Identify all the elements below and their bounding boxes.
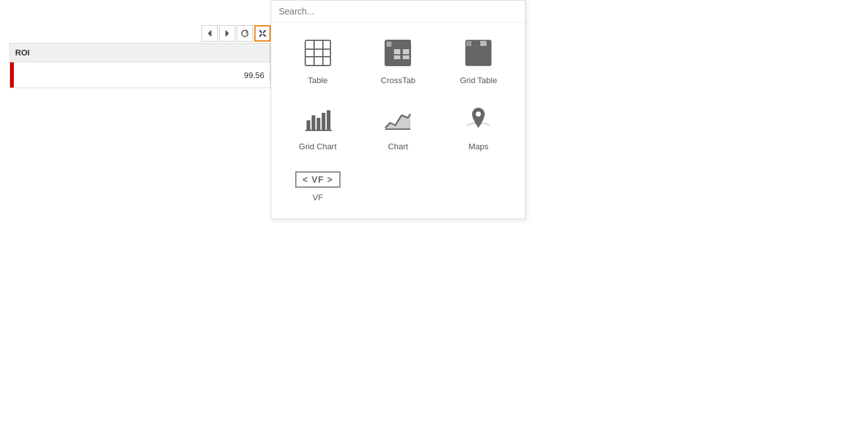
svg-rect-20	[394, 55, 400, 59]
table-label: Table	[308, 76, 327, 85]
svg-marker-1	[225, 30, 229, 37]
chart-icon	[384, 105, 412, 137]
left-panel: ROI 99.56	[9, 25, 271, 88]
grid-item-table[interactable]: Table	[278, 29, 358, 95]
svg-rect-35	[327, 110, 330, 130]
data-table: ROI 99.56	[9, 43, 271, 88]
vf-label: VF	[313, 193, 324, 202]
grid-chart-icon	[304, 105, 332, 137]
maps-label: Maps	[468, 142, 488, 151]
expand-button[interactable]	[254, 25, 271, 42]
search-input[interactable]	[279, 6, 517, 16]
svg-rect-34	[322, 113, 325, 130]
chart-label: Chart	[388, 142, 409, 151]
crosstab-label: CrossTab	[381, 76, 415, 85]
svg-marker-37	[385, 114, 410, 129]
crosstab-icon	[384, 39, 412, 71]
svg-rect-19	[403, 49, 409, 54]
vf-icon-box: < VF >	[295, 171, 341, 188]
search-bar[interactable]	[271, 1, 525, 23]
grid-item-grid-table[interactable]: Grid Table	[438, 29, 519, 95]
roi-header: ROI	[10, 43, 270, 62]
refresh-button[interactable]	[237, 25, 253, 42]
svg-line-3	[263, 34, 266, 37]
svg-rect-29	[466, 41, 471, 46]
grid-item-maps[interactable]: Maps	[438, 95, 519, 161]
grid-item-crosstab[interactable]: CrossTab	[358, 29, 439, 95]
svg-point-39	[476, 112, 481, 117]
grid-item-vf[interactable]: < VF > VF	[278, 161, 358, 212]
items-grid: Table CrossTab	[271, 23, 525, 219]
svg-line-4	[263, 30, 266, 33]
grid-item-grid-chart[interactable]: Grid Chart	[278, 95, 358, 161]
svg-rect-17	[386, 42, 392, 47]
table-icon	[304, 39, 332, 71]
svg-rect-31	[307, 120, 310, 130]
table-data-row: 99.56	[10, 62, 270, 88]
svg-rect-32	[312, 115, 315, 130]
maps-icon	[465, 105, 492, 137]
svg-marker-0	[208, 30, 211, 37]
red-bar-indicator	[10, 62, 14, 88]
table-header-row: ROI	[10, 43, 270, 62]
svg-rect-21	[403, 55, 409, 59]
roi-value: 99.56	[10, 71, 270, 80]
visualization-picker: Table CrossTab	[271, 0, 526, 219]
svg-rect-33	[317, 118, 320, 130]
grid-table-label: Grid Table	[460, 76, 497, 85]
vf-icon: < VF >	[295, 171, 341, 188]
svg-rect-30	[480, 41, 487, 46]
svg-rect-6	[305, 40, 330, 66]
svg-line-2	[259, 30, 262, 33]
next-button[interactable]	[219, 25, 235, 42]
toolbar	[9, 25, 271, 42]
svg-rect-18	[394, 49, 400, 54]
grid-chart-label: Grid Chart	[299, 142, 337, 151]
grid-item-chart[interactable]: Chart	[358, 95, 439, 161]
svg-line-5	[259, 34, 262, 37]
prev-button[interactable]	[201, 25, 218, 42]
grid-table-icon	[465, 39, 492, 71]
